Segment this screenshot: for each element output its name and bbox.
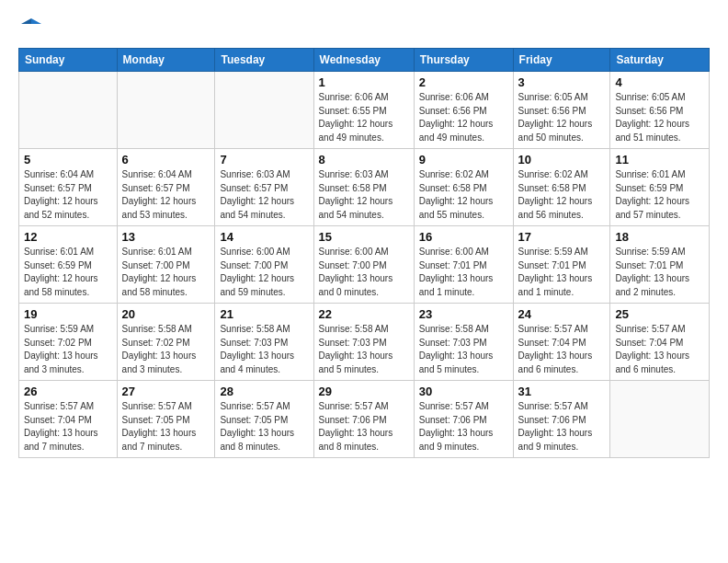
calendar-cell <box>215 72 313 149</box>
day-info: Sunrise: 6:04 AM Sunset: 6:57 PM Dayligh… <box>122 168 210 222</box>
calendar-cell: 27Sunrise: 5:57 AM Sunset: 7:05 PM Dayli… <box>117 381 215 458</box>
day-info: Sunrise: 6:04 AM Sunset: 6:57 PM Dayligh… <box>24 168 112 222</box>
day-info: Sunrise: 6:01 AM Sunset: 7:00 PM Dayligh… <box>122 246 210 299</box>
day-info: Sunrise: 5:57 AM Sunset: 7:04 PM Dayligh… <box>518 323 606 376</box>
logo-bird-icon <box>21 15 41 35</box>
calendar-cell: 13Sunrise: 6:01 AM Sunset: 7:00 PM Dayli… <box>117 226 215 304</box>
calendar-cell: 2Sunrise: 6:06 AM Sunset: 6:56 PM Daylig… <box>414 72 513 149</box>
svg-marker-1 <box>21 18 31 24</box>
calendar-cell: 1Sunrise: 6:06 AM Sunset: 6:55 PM Daylig… <box>313 72 414 149</box>
day-info: Sunrise: 6:06 AM Sunset: 6:56 PM Dayligh… <box>419 91 508 144</box>
page: SundayMondayTuesdayWednesdayThursdayFrid… <box>0 0 728 563</box>
calendar-cell: 30Sunrise: 5:57 AM Sunset: 7:06 PM Dayli… <box>414 381 513 458</box>
day-info: Sunrise: 6:01 AM Sunset: 6:59 PM Dayligh… <box>24 246 112 299</box>
day-number: 21 <box>220 307 308 321</box>
calendar-cell: 20Sunrise: 5:58 AM Sunset: 7:02 PM Dayli… <box>117 304 215 381</box>
calendar-cell: 28Sunrise: 5:57 AM Sunset: 7:05 PM Dayli… <box>215 381 313 458</box>
week-row-0: 1Sunrise: 6:06 AM Sunset: 6:55 PM Daylig… <box>19 72 710 149</box>
calendar-cell: 16Sunrise: 6:00 AM Sunset: 7:01 PM Dayli… <box>414 226 513 304</box>
calendar-cell: 4Sunrise: 6:05 AM Sunset: 6:56 PM Daylig… <box>610 72 710 149</box>
weekday-header-friday: Friday <box>513 49 610 72</box>
day-number: 24 <box>518 307 606 321</box>
weekday-header-sunday: Sunday <box>19 49 118 72</box>
weekday-header-saturday: Saturday <box>610 49 710 72</box>
day-info: Sunrise: 6:03 AM Sunset: 6:57 PM Dayligh… <box>220 168 308 222</box>
day-number: 11 <box>615 153 704 167</box>
calendar-cell: 26Sunrise: 5:57 AM Sunset: 7:04 PM Dayli… <box>19 381 118 458</box>
calendar-cell: 24Sunrise: 5:57 AM Sunset: 7:04 PM Dayli… <box>513 304 610 381</box>
logo <box>18 15 41 39</box>
day-info: Sunrise: 5:59 AM Sunset: 7:01 PM Dayligh… <box>615 246 704 299</box>
weekday-header-thursday: Thursday <box>414 49 513 72</box>
calendar-cell: 10Sunrise: 6:02 AM Sunset: 6:58 PM Dayli… <box>513 149 610 226</box>
calendar-cell: 25Sunrise: 5:57 AM Sunset: 7:04 PM Dayli… <box>610 304 710 381</box>
week-row-4: 26Sunrise: 5:57 AM Sunset: 7:04 PM Dayli… <box>19 381 710 458</box>
day-info: Sunrise: 6:01 AM Sunset: 6:59 PM Dayligh… <box>615 168 704 222</box>
calendar-cell: 21Sunrise: 5:58 AM Sunset: 7:03 PM Dayli… <box>215 304 313 381</box>
day-info: Sunrise: 5:57 AM Sunset: 7:06 PM Dayligh… <box>419 400 508 454</box>
day-info: Sunrise: 5:57 AM Sunset: 7:06 PM Dayligh… <box>518 400 606 454</box>
day-number: 23 <box>419 307 508 321</box>
day-info: Sunrise: 5:58 AM Sunset: 7:03 PM Dayligh… <box>419 323 508 376</box>
weekday-header-wednesday: Wednesday <box>313 49 414 72</box>
calendar-cell: 22Sunrise: 5:58 AM Sunset: 7:03 PM Dayli… <box>313 304 414 381</box>
day-info: Sunrise: 5:58 AM Sunset: 7:03 PM Dayligh… <box>220 323 308 376</box>
day-number: 2 <box>419 75 508 89</box>
day-info: Sunrise: 6:05 AM Sunset: 6:56 PM Dayligh… <box>615 91 704 144</box>
day-number: 6 <box>122 153 210 167</box>
day-number: 3 <box>518 75 606 89</box>
day-number: 26 <box>24 385 112 398</box>
day-number: 20 <box>122 307 210 321</box>
day-number: 1 <box>319 75 409 89</box>
day-number: 5 <box>24 153 112 167</box>
day-number: 10 <box>518 153 606 167</box>
day-number: 16 <box>419 230 508 244</box>
week-row-2: 12Sunrise: 6:01 AM Sunset: 6:59 PM Dayli… <box>19 226 710 304</box>
calendar-cell: 31Sunrise: 5:57 AM Sunset: 7:06 PM Dayli… <box>513 381 610 458</box>
day-number: 31 <box>518 385 606 398</box>
day-number: 17 <box>518 230 606 244</box>
day-number: 29 <box>319 385 409 398</box>
calendar-cell <box>19 72 118 149</box>
day-number: 14 <box>220 230 308 244</box>
weekday-header-row: SundayMondayTuesdayWednesdayThursdayFrid… <box>19 49 710 72</box>
calendar-cell: 23Sunrise: 5:58 AM Sunset: 7:03 PM Dayli… <box>414 304 513 381</box>
day-info: Sunrise: 5:57 AM Sunset: 7:06 PM Dayligh… <box>319 400 409 454</box>
header <box>18 15 710 39</box>
calendar-cell: 12Sunrise: 6:01 AM Sunset: 6:59 PM Dayli… <box>19 226 118 304</box>
day-number: 19 <box>24 307 112 321</box>
calendar-cell: 15Sunrise: 6:00 AM Sunset: 7:00 PM Dayli… <box>313 226 414 304</box>
day-info: Sunrise: 5:57 AM Sunset: 7:04 PM Dayligh… <box>615 323 704 376</box>
weekday-header-tuesday: Tuesday <box>215 49 313 72</box>
calendar-cell: 3Sunrise: 6:05 AM Sunset: 6:56 PM Daylig… <box>513 72 610 149</box>
day-info: Sunrise: 6:03 AM Sunset: 6:58 PM Dayligh… <box>319 168 409 222</box>
calendar-cell: 17Sunrise: 5:59 AM Sunset: 7:01 PM Dayli… <box>513 226 610 304</box>
day-number: 22 <box>319 307 409 321</box>
day-info: Sunrise: 5:57 AM Sunset: 7:04 PM Dayligh… <box>24 400 112 454</box>
day-number: 15 <box>319 230 409 244</box>
calendar-cell <box>117 72 215 149</box>
day-info: Sunrise: 6:05 AM Sunset: 6:56 PM Dayligh… <box>518 91 606 144</box>
week-row-1: 5Sunrise: 6:04 AM Sunset: 6:57 PM Daylig… <box>19 149 710 226</box>
day-number: 8 <box>319 153 409 167</box>
day-number: 18 <box>615 230 704 244</box>
calendar-cell <box>610 381 710 458</box>
day-number: 28 <box>220 385 308 398</box>
day-info: Sunrise: 6:00 AM Sunset: 7:00 PM Dayligh… <box>319 246 409 299</box>
calendar-cell: 5Sunrise: 6:04 AM Sunset: 6:57 PM Daylig… <box>19 149 118 226</box>
day-info: Sunrise: 5:59 AM Sunset: 7:02 PM Dayligh… <box>24 323 112 376</box>
calendar-cell: 7Sunrise: 6:03 AM Sunset: 6:57 PM Daylig… <box>215 149 313 226</box>
day-number: 9 <box>419 153 508 167</box>
day-info: Sunrise: 5:58 AM Sunset: 7:03 PM Dayligh… <box>319 323 409 376</box>
calendar-cell: 8Sunrise: 6:03 AM Sunset: 6:58 PM Daylig… <box>313 149 414 226</box>
day-info: Sunrise: 5:59 AM Sunset: 7:01 PM Dayligh… <box>518 246 606 299</box>
day-info: Sunrise: 5:57 AM Sunset: 7:05 PM Dayligh… <box>122 400 210 454</box>
calendar-cell: 11Sunrise: 6:01 AM Sunset: 6:59 PM Dayli… <box>610 149 710 226</box>
day-info: Sunrise: 6:02 AM Sunset: 6:58 PM Dayligh… <box>419 168 508 222</box>
day-number: 30 <box>419 385 508 398</box>
calendar-cell: 29Sunrise: 5:57 AM Sunset: 7:06 PM Dayli… <box>313 381 414 458</box>
day-number: 12 <box>24 230 112 244</box>
day-info: Sunrise: 6:02 AM Sunset: 6:58 PM Dayligh… <box>518 168 606 222</box>
day-number: 25 <box>615 307 704 321</box>
day-info: Sunrise: 6:00 AM Sunset: 7:01 PM Dayligh… <box>419 246 508 299</box>
